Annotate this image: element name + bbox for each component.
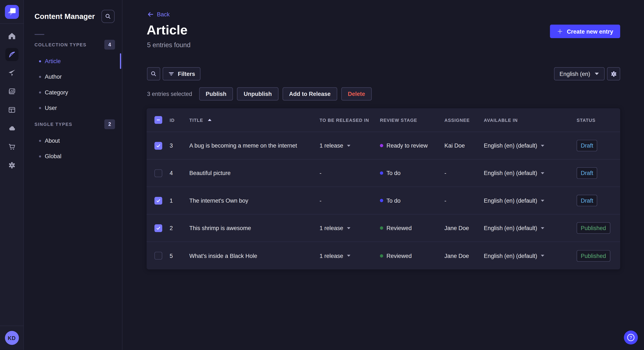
chevron-down-icon <box>540 172 544 175</box>
cell-release[interactable]: 1 release <box>316 225 376 231</box>
cell-available-in[interactable]: English (en) (default) <box>480 252 573 259</box>
bullet-icon <box>39 60 41 62</box>
column-header-available-in[interactable]: AVAILABLE IN <box>480 118 573 123</box>
sidebar-item-label: User <box>45 105 57 111</box>
row-checkbox[interactable] <box>154 252 162 260</box>
gear-icon <box>610 70 617 77</box>
sidebar-search-button[interactable] <box>101 10 114 23</box>
locale-select[interactable]: English (en) <box>554 67 604 80</box>
available-value: English (en) (default) <box>484 142 537 149</box>
stage-dot-icon <box>380 172 383 175</box>
sidebar-item-user[interactable]: User <box>24 100 122 116</box>
bullet-icon <box>39 91 41 93</box>
cell-available-in[interactable]: English (en) (default) <box>480 197 573 204</box>
cell-title: What's inside a Black Hole <box>186 252 316 259</box>
chevron-down-icon <box>346 144 350 147</box>
chevron-down-icon <box>346 227 350 230</box>
row-checkbox-cell <box>146 142 166 150</box>
content-type-builder-icon[interactable] <box>5 103 18 117</box>
cell-assignee: Jane Doe <box>441 225 480 231</box>
search-icon <box>105 13 112 20</box>
strapi-logo-icon <box>5 5 19 19</box>
create-new-entry-button[interactable]: Create new entry <box>550 25 620 38</box>
home-icon[interactable] <box>5 29 18 43</box>
cell-id: 4 <box>166 170 186 176</box>
unpublish-button[interactable]: Unpublish <box>237 87 278 101</box>
plus-icon <box>557 28 563 34</box>
nav-rail: KD <box>0 0 24 350</box>
table-row[interactable]: 4 Beautiful picture - To do - English (e… <box>146 160 620 187</box>
row-checkbox[interactable] <box>154 142 162 150</box>
main-content: Back Article 5 entries found Create new … <box>122 0 644 350</box>
bullet-icon <box>39 76 41 78</box>
table-row[interactable]: 1 The internet's Own boy - To do - Engli… <box>146 187 620 214</box>
sidebar-item-article[interactable]: Article <box>24 53 122 69</box>
sidebar-item-label: Category <box>45 89 68 95</box>
add-to-release-button[interactable]: Add to Release <box>282 87 337 101</box>
content-manager-sidebar: Content Manager COLLECTION TYPES 4 Artic… <box>24 0 122 350</box>
filters-label: Filters <box>178 71 195 77</box>
row-checkbox-cell <box>146 169 166 177</box>
column-header-assignee[interactable]: ASSIGNEE <box>441 118 480 123</box>
cell-id: 2 <box>166 225 186 231</box>
cell-status: Draft <box>573 140 620 151</box>
delete-button[interactable]: Delete <box>341 87 372 101</box>
strapi-logo[interactable] <box>5 5 19 19</box>
table-row[interactable]: 2 This shrimp is awesome 1 release Revie… <box>146 214 620 242</box>
filter-icon <box>168 71 175 77</box>
status-badge: Published <box>577 250 610 261</box>
cell-release: - <box>316 197 376 204</box>
column-header-label: TO BE RELEASED IN <box>320 118 369 123</box>
sidebar-item-author[interactable]: Author <box>24 69 122 84</box>
chevron-down-icon <box>594 72 599 75</box>
chevron-down-icon <box>540 199 544 202</box>
cell-release[interactable]: 1 release <box>316 252 376 259</box>
releases-icon[interactable] <box>5 66 18 80</box>
column-header-review-stage[interactable]: REVIEW STAGE <box>376 118 441 123</box>
locale-value: English (en) <box>560 71 590 77</box>
cell-title: Beautiful picture <box>186 170 316 176</box>
marketplace-icon[interactable] <box>5 140 18 154</box>
help-button[interactable]: ? <box>624 331 638 345</box>
available-value: English (en) (default) <box>484 170 537 176</box>
row-checkbox[interactable] <box>154 197 162 204</box>
subnav-scrollbar-thumb[interactable] <box>120 53 121 69</box>
table-row[interactable]: 3 A bug is becoming a meme on the intern… <box>146 132 620 160</box>
sidebar-title: Content Manager <box>34 10 95 23</box>
column-header-status[interactable]: STATUS <box>573 118 620 123</box>
select-all-checkbox[interactable] <box>154 116 162 124</box>
publish-button[interactable]: Publish <box>199 87 233 101</box>
row-checkbox-cell <box>146 252 166 260</box>
cell-release[interactable]: 1 release <box>316 142 376 149</box>
release-value: 1 release <box>320 252 343 259</box>
column-header-title[interactable]: TITLE <box>186 118 316 123</box>
table-row[interactable]: 5 What's inside a Black Hole 1 release R… <box>146 242 620 269</box>
column-header-to-be-released-in[interactable]: TO BE RELEASED IN <box>316 118 376 123</box>
status-badge: Draft <box>577 140 597 151</box>
sidebar-item-global[interactable]: Global <box>24 149 122 164</box>
sidebar-item-category[interactable]: Category <box>24 84 122 100</box>
deploy-icon[interactable] <box>5 122 18 135</box>
settings-icon[interactable] <box>5 159 18 172</box>
sidebar-item-about[interactable]: About <box>24 133 122 149</box>
section-count-badge: 4 <box>104 40 115 49</box>
row-checkbox[interactable] <box>154 224 162 232</box>
section-count-badge: 2 <box>104 119 115 129</box>
chevron-down-icon <box>540 227 544 230</box>
cell-available-in[interactable]: English (en) (default) <box>480 142 573 149</box>
sidebar-item-label: Global <box>45 153 61 160</box>
back-link[interactable]: Back <box>147 11 170 18</box>
filters-button[interactable]: Filters <box>163 67 200 80</box>
search-entries-button[interactable] <box>147 67 160 80</box>
search-icon <box>150 71 157 77</box>
view-settings-button[interactable] <box>607 67 620 80</box>
column-header-id[interactable]: ID <box>166 118 186 123</box>
content-manager-icon[interactable] <box>5 48 18 61</box>
stage-value: To do <box>386 170 400 176</box>
media-library-icon[interactable] <box>5 85 18 98</box>
cell-id: 5 <box>166 252 186 259</box>
user-avatar[interactable]: KD <box>5 331 19 345</box>
cell-available-in[interactable]: English (en) (default) <box>480 170 573 176</box>
row-checkbox[interactable] <box>154 169 162 177</box>
cell-available-in[interactable]: English (en) (default) <box>480 225 573 231</box>
